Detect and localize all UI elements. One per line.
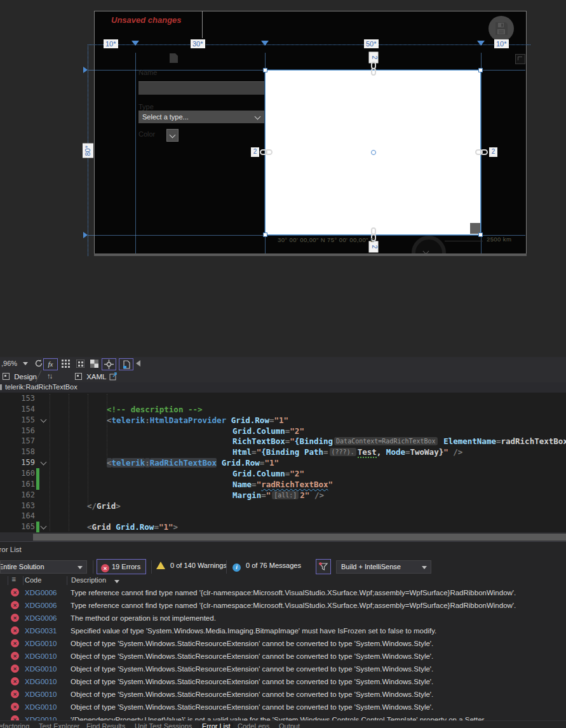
error-row[interactable]: × XDG0006 Type reference cannot find typ… — [0, 586, 566, 599]
anchor-point[interactable] — [371, 150, 376, 155]
selection-handle[interactable] — [263, 233, 267, 237]
error-row[interactable]: × XDG0010 Object of type 'System.Windows… — [0, 637, 566, 650]
code-line[interactable]: 164 — [0, 511, 566, 522]
effects-toggle-button[interactable]: fx — [43, 358, 58, 370]
margin-right-value[interactable]: 2 — [489, 147, 497, 157]
show-code-document-button[interactable] — [119, 358, 133, 370]
code-column-header[interactable]: Code — [25, 576, 41, 584]
code-line[interactable]: 158 Html="{Binding Path=(???).Test, Mode… — [0, 447, 566, 457]
description-column-header[interactable]: Description — [71, 576, 106, 584]
error-row[interactable]: × XDG0031 Specified value of type 'Syste… — [0, 624, 566, 637]
error-row[interactable]: × XDG0010 '{DependencyProperty.UnsetValu… — [0, 713, 566, 720]
code-text[interactable]: <Grid Grid.Row="1"> — [87, 522, 178, 532]
code-line[interactable]: 156 Grid.Column="2" — [0, 426, 566, 436]
error-row[interactable]: × XDG0010 Object of type 'System.Windows… — [0, 688, 566, 701]
code-line[interactable]: 155 <telerik:HtmlDataProvider Grid.Row="… — [0, 415, 566, 426]
messages-filter-button[interactable]: i 0 of 76 Messages — [232, 562, 301, 572]
code-line[interactable]: 162 Margin="[all:]2" /> — [0, 490, 566, 501]
bottom-panel-tab[interactable]: Unit Test Sessions — [132, 722, 194, 728]
fold-arrow-icon[interactable] — [41, 416, 47, 422]
code-text[interactable]: Margin="[all:]2" /> — [232, 490, 324, 501]
selection-handle[interactable] — [478, 233, 483, 237]
error-code[interactable]: XDG0010 — [25, 675, 57, 688]
popout-pane-icon[interactable] — [109, 372, 118, 381]
margin-top-chain-icon[interactable] — [370, 62, 377, 76]
warnings-filter-button[interactable]: 0 of 140 Warnings — [156, 562, 227, 569]
selection-handle[interactable] — [478, 68, 483, 72]
margin-left-chain-icon[interactable] — [260, 148, 273, 156]
error-code[interactable]: XDG0010 — [25, 663, 57, 675]
error-row[interactable]: × XDG0010 Object of type 'System.Windows… — [0, 675, 566, 688]
column-splitter-icon[interactable] — [261, 41, 269, 46]
bottom-panel-tab[interactable]: Refactoring — [0, 722, 32, 728]
error-code[interactable]: XDG0006 — [25, 612, 57, 624]
refresh-icon[interactable] — [34, 359, 43, 368]
error-row[interactable]: × XDG0010 Object of type 'System.Windows… — [0, 650, 566, 663]
collapse-left-icon[interactable] — [136, 360, 140, 367]
error-code[interactable]: XDG0010 — [25, 701, 57, 713]
code-line[interactable]: 159 <telerik:RadRichTextBox Grid.Row="1" — [0, 457, 566, 468]
error-row[interactable]: × XDG0006 Type reference cannot find typ… — [0, 599, 566, 612]
snaplines-toggle-button[interactable] — [102, 358, 116, 370]
breadcrumb-element[interactable]: telerik:RadRichTextBox — [5, 383, 77, 391]
scope-dropdown[interactable]: Entire Solution — [0, 560, 87, 574]
grid-icon[interactable] — [62, 360, 70, 368]
editor-horizontal-scrollbar[interactable] — [33, 534, 566, 541]
error-code[interactable]: XDG0031 — [25, 624, 57, 637]
filter-button[interactable] — [316, 559, 331, 574]
error-code[interactable]: XDG0010 — [25, 650, 57, 663]
code-line[interactable]: 154 <!-- description --> — [0, 404, 566, 415]
grid-column-label[interactable]: 10* — [494, 39, 509, 48]
code-text[interactable]: Grid.Column="2" — [232, 426, 304, 436]
grid-column-label[interactable]: 30* — [191, 39, 205, 48]
error-row[interactable]: × XDG0010 Object of type 'System.Windows… — [0, 663, 566, 675]
tab-xaml[interactable]: XAML — [75, 372, 107, 381]
tab-design[interactable]: Design — [3, 372, 37, 381]
row-splitter-icon[interactable] — [83, 232, 88, 238]
name-textbox[interactable] — [138, 81, 264, 95]
bottom-panel-tab[interactable]: Test Explorer — [36, 722, 82, 728]
bottom-panel-tab[interactable]: Output — [276, 722, 302, 728]
fold-arrow-icon[interactable] — [41, 459, 47, 466]
map-corner-icon[interactable] — [515, 54, 525, 64]
margin-right-chain-icon[interactable] — [475, 148, 488, 156]
xaml-designer-artboard[interactable]: Unsaved changes 10*30*50*10* 80* Name Ty… — [0, 0, 566, 358]
error-code[interactable]: XDG0010 — [25, 713, 57, 720]
code-line[interactable]: 160 Grid.Column="2" — [0, 468, 566, 479]
severity-column-icon[interactable]: ≣ — [11, 576, 17, 583]
code-text[interactable]: <telerik:HtmlDataProvider Grid.Row="1" — [107, 415, 288, 426]
column-splitter-icon[interactable] — [131, 41, 139, 46]
bottom-panel-tab[interactable]: CodeLens — [235, 722, 272, 728]
code-line[interactable]: 161 Name="radRichTextBox" — [0, 479, 566, 490]
zoom-dropdown-caret-icon[interactable] — [23, 362, 28, 365]
error-row[interactable]: × XDG0006 The method or operation is not… — [0, 612, 566, 624]
bottom-panel-tab[interactable]: Error List — [199, 722, 233, 728]
grid-column-label[interactable]: 50* — [364, 39, 379, 48]
row-splitter-icon[interactable] — [83, 67, 88, 73]
code-text[interactable]: </Grid> — [87, 501, 121, 511]
margin-left-value[interactable]: 2 — [251, 147, 259, 157]
code-text[interactable]: RichTextBox="{BindingDataContext=RadRich… — [232, 436, 566, 447]
error-row[interactable]: × XDG0010 Object of type 'System.Windows… — [0, 701, 566, 713]
error-code[interactable]: XDG0006 — [25, 586, 57, 599]
code-text[interactable]: Name="radRichTextBox" — [232, 479, 333, 490]
snap-grid-icon[interactable] — [76, 360, 84, 368]
swap-panes-icon[interactable]: ↑↓ — [47, 372, 52, 380]
code-line[interactable]: 157 RichTextBox="{BindingDataContext=Rad… — [0, 436, 566, 447]
code-line[interactable]: 153 — [0, 393, 566, 404]
xaml-code-editor[interactable]: 153 154 <!-- description --> 155 <teleri… — [0, 393, 566, 532]
column-splitter-icon[interactable] — [477, 41, 485, 46]
code-text[interactable]: <telerik:RadRichTextBox Grid.Row="1" — [107, 457, 279, 468]
code-text[interactable]: Grid.Column="2" — [232, 468, 304, 479]
error-code[interactable]: XDG0010 — [25, 688, 57, 701]
type-combobox[interactable]: Select a type... — [138, 111, 264, 123]
code-text[interactable]: Html="{Binding Path=(???).Test, Mode=Two… — [232, 447, 462, 457]
transparency-grid-icon[interactable] — [90, 360, 98, 368]
designer-zoom-value[interactable]: ,96% — [1, 360, 17, 367]
color-dropdown-button[interactable] — [166, 129, 179, 142]
fold-arrow-icon[interactable] — [41, 523, 47, 530]
code-line[interactable]: 163 </Grid> — [0, 501, 566, 511]
selection-handle[interactable] — [263, 68, 267, 72]
errors-filter-button[interactable]: ×19 Errors — [97, 559, 146, 574]
bottom-panel-tab[interactable]: Find Results — [84, 722, 128, 728]
